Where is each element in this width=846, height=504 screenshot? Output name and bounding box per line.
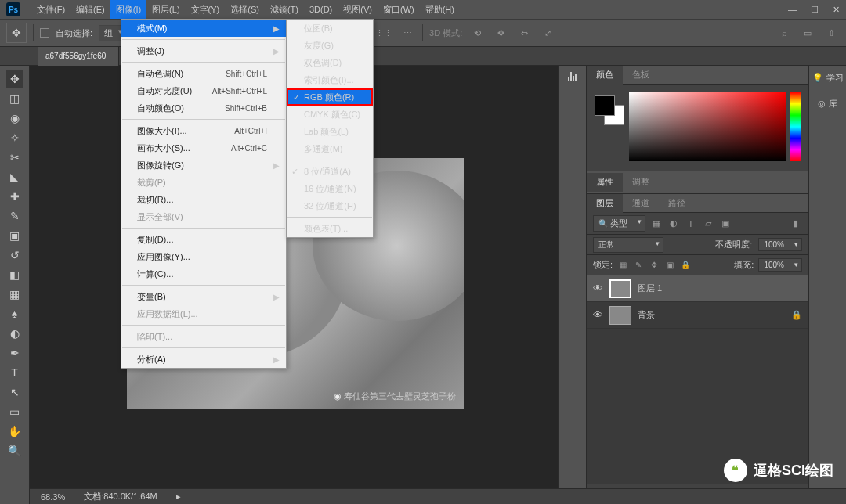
tab-swatches[interactable]: 色板 bbox=[623, 66, 659, 85]
blur-tool[interactable]: ♠ bbox=[6, 305, 24, 322]
menu-window[interactable]: 窗口(W) bbox=[378, 0, 420, 19]
submenu-item[interactable]: ✓RGB 颜色(R) bbox=[287, 88, 373, 106]
menu-item[interactable]: 自动颜色(O)Shift+Ctrl+B bbox=[121, 99, 286, 117]
menu-item[interactable]: 应用数据组(L)... bbox=[121, 305, 286, 322]
submenu-item[interactable]: 双色调(D) bbox=[287, 54, 373, 71]
menu-item[interactable]: 显示全部(V) bbox=[121, 208, 286, 225]
tab-library[interactable]: ◎库 bbox=[818, 95, 837, 113]
status-arrow-icon[interactable]: ▸ bbox=[176, 491, 181, 502]
menu-item[interactable]: 陷印(T)... bbox=[121, 328, 286, 345]
filter-smart-icon[interactable]: ▣ bbox=[719, 218, 732, 230]
menu-image[interactable]: 图像(I) bbox=[110, 0, 146, 19]
search-icon[interactable]: ⌕ bbox=[776, 24, 793, 41]
menu-item[interactable]: 图像大小(I)...Alt+Ctrl+I bbox=[121, 122, 286, 139]
minimize-icon[interactable]: — bbox=[788, 5, 797, 15]
menu-help[interactable]: 帮助(H) bbox=[420, 0, 460, 19]
visibility-icon[interactable]: 👁 bbox=[593, 309, 603, 321]
hand-tool[interactable]: ✋ bbox=[6, 423, 24, 440]
menu-type[interactable]: 文字(Y) bbox=[186, 0, 226, 19]
submenu-item[interactable]: CMYK 颜色(C) bbox=[287, 106, 373, 123]
menu-item[interactable]: 调整(J)▶ bbox=[121, 42, 286, 59]
menu-item[interactable]: 裁剪(P) bbox=[121, 174, 286, 191]
distribute-v-icon[interactable]: ⋯ bbox=[399, 24, 416, 41]
menu-layer[interactable]: 图层(L) bbox=[146, 0, 185, 19]
document-tab[interactable]: a67df556gy1fe60 bbox=[38, 47, 119, 66]
submenu-item[interactable]: 位图(B) bbox=[287, 20, 373, 37]
maximize-icon[interactable]: ☐ bbox=[811, 5, 819, 15]
color-picker[interactable] bbox=[629, 92, 786, 161]
menu-item[interactable]: 变量(B)▶ bbox=[121, 288, 286, 305]
3d-orbit-icon[interactable]: ⟲ bbox=[468, 24, 486, 41]
submenu-item[interactable]: 灰度(G) bbox=[287, 37, 373, 54]
submenu-item[interactable]: 32 位/通道(H) bbox=[287, 197, 373, 214]
fill-dropdown[interactable]: 100% bbox=[758, 258, 802, 272]
submenu-item[interactable]: 16 位/通道(N) bbox=[287, 180, 373, 197]
close-icon[interactable]: ✕ bbox=[833, 5, 840, 15]
opacity-dropdown[interactable]: 100% bbox=[758, 238, 802, 251]
3d-slide-icon[interactable]: ⇔ bbox=[515, 24, 533, 41]
3d-pan-icon[interactable]: ✥ bbox=[492, 24, 509, 41]
shape-tool[interactable]: ▭ bbox=[6, 403, 24, 420]
zoom-tool[interactable]: 🔍 bbox=[6, 442, 24, 459]
3d-scale-icon[interactable]: ⤢ bbox=[539, 24, 556, 41]
tab-channels[interactable]: 通道 bbox=[623, 194, 659, 213]
lock-pixels-icon[interactable]: ✎ bbox=[633, 260, 644, 271]
tab-learn[interactable]: 💡学习 bbox=[812, 69, 844, 87]
layer-thumbnail[interactable] bbox=[609, 306, 631, 325]
visibility-icon[interactable]: 👁 bbox=[593, 283, 603, 294]
wand-tool[interactable]: ✧ bbox=[6, 129, 24, 146]
menu-file[interactable]: 文件(F) bbox=[31, 0, 70, 19]
tab-color[interactable]: 颜色 bbox=[587, 66, 623, 85]
menu-item[interactable]: 自动对比度(U)Alt+Shift+Ctrl+L bbox=[121, 82, 286, 99]
submenu-item[interactable]: 多通道(M) bbox=[287, 140, 373, 157]
menu-3d[interactable]: 3D(D) bbox=[304, 0, 338, 19]
blend-mode-dropdown[interactable]: 正常 bbox=[593, 237, 663, 253]
filter-type-icon[interactable]: T bbox=[685, 218, 697, 230]
stamp-tool[interactable]: ▣ bbox=[6, 227, 24, 244]
menu-item[interactable]: 计算(C)... bbox=[121, 265, 286, 283]
filter-adjust-icon[interactable]: ◐ bbox=[667, 218, 680, 230]
tab-paths[interactable]: 路径 bbox=[659, 194, 695, 213]
healing-tool[interactable]: ✚ bbox=[6, 188, 24, 205]
filter-pixel-icon[interactable]: ▦ bbox=[650, 218, 663, 230]
tab-properties[interactable]: 属性 bbox=[587, 173, 623, 192]
menu-item[interactable]: 分析(A)▶ bbox=[121, 351, 286, 368]
layer-row[interactable]: 👁 图层 1 bbox=[587, 275, 808, 302]
layer-row[interactable]: 👁 背景 🔒 bbox=[587, 302, 808, 329]
workspace-icon[interactable]: ▭ bbox=[799, 24, 816, 41]
active-tool-icon[interactable]: ✥ bbox=[6, 23, 27, 43]
lock-artboard-icon[interactable]: ▣ bbox=[664, 260, 675, 271]
distribute-h-icon[interactable]: ⋮⋮ bbox=[375, 24, 392, 41]
doc-size[interactable]: 文档:840.0K/1.64M bbox=[84, 491, 157, 502]
menu-item[interactable]: 自动色调(N)Shift+Ctrl+L bbox=[121, 65, 286, 82]
menu-item[interactable]: 应用图像(Y)... bbox=[121, 248, 286, 265]
hue-slider[interactable] bbox=[790, 92, 801, 161]
pen-tool[interactable]: ✒ bbox=[6, 344, 24, 362]
gradient-tool[interactable]: ▦ bbox=[6, 286, 24, 303]
foreground-swatch[interactable] bbox=[595, 95, 615, 116]
menu-item[interactable]: 图像旋转(G)▶ bbox=[121, 157, 286, 174]
zoom-level[interactable]: 68.3% bbox=[41, 492, 65, 502]
autoselect-checkbox[interactable] bbox=[40, 28, 49, 38]
eraser-tool[interactable]: ◧ bbox=[6, 266, 24, 283]
menu-view[interactable]: 视图(V) bbox=[338, 0, 378, 19]
menu-edit[interactable]: 编辑(E) bbox=[70, 0, 110, 19]
histogram-icon[interactable] bbox=[568, 70, 577, 81]
crop-tool[interactable]: ✂ bbox=[6, 149, 24, 166]
submenu-item[interactable]: 索引颜色(I)... bbox=[287, 71, 373, 88]
brush-tool[interactable]: ✎ bbox=[6, 207, 24, 225]
filter-shape-icon[interactable]: ▱ bbox=[702, 218, 714, 230]
menu-item[interactable]: 复制(D)... bbox=[121, 231, 286, 248]
submenu-item[interactable]: ✓8 位/通道(A) bbox=[287, 163, 373, 180]
history-tool[interactable]: ↺ bbox=[6, 247, 24, 264]
filter-toggle[interactable]: ▮ bbox=[790, 218, 802, 230]
submenu-item[interactable]: Lab 颜色(L) bbox=[287, 123, 373, 140]
submenu-item[interactable]: 颜色表(T)... bbox=[287, 220, 373, 237]
dodge-tool[interactable]: ◐ bbox=[6, 325, 24, 342]
filter-type-dropdown[interactable]: 🔍 类型 bbox=[593, 215, 645, 232]
menu-item[interactable]: 画布大小(S)...Alt+Ctrl+C bbox=[121, 139, 286, 157]
layer-thumbnail[interactable] bbox=[609, 279, 631, 298]
lock-all-icon[interactable]: 🔒 bbox=[680, 260, 691, 271]
tab-adjustments[interactable]: 调整 bbox=[623, 173, 659, 192]
type-tool[interactable]: T bbox=[6, 364, 24, 381]
